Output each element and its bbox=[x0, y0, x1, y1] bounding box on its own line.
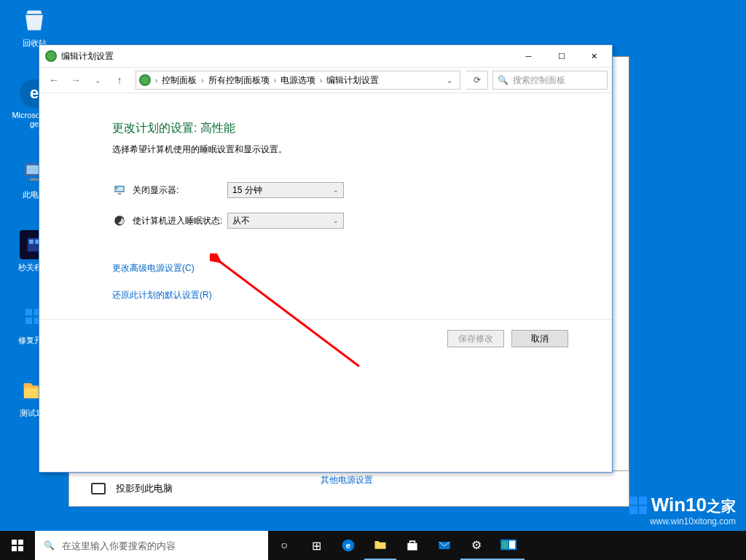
taskbar: 🔍 ○ ⊞ e ⚙ bbox=[0, 531, 746, 560]
search-icon: 🔍 bbox=[44, 540, 55, 551]
address-icon bbox=[139, 74, 151, 86]
explorer-taskbar-icon[interactable] bbox=[364, 531, 396, 560]
navbar: ← → ⌄ ↑ › 控制面板 › 所有控制面板项 › 电源选项 › 编辑计划设置… bbox=[39, 67, 612, 93]
window-controls: ─ ☐ ✕ bbox=[512, 46, 610, 66]
button-row: 保存修改 取消 bbox=[112, 330, 612, 347]
monitor-icon bbox=[112, 183, 127, 197]
close-button[interactable]: ✕ bbox=[578, 46, 610, 66]
svg-rect-4 bbox=[29, 240, 34, 244]
edge-taskbar-icon[interactable]: e bbox=[332, 531, 364, 560]
nav-forward-button[interactable]: → bbox=[66, 70, 86, 90]
watermark-logo-icon bbox=[629, 497, 647, 514]
crumb-sep-icon: › bbox=[318, 76, 323, 84]
breadcrumb-item[interactable]: 控制面板 bbox=[159, 74, 200, 87]
cortana-button[interactable]: ○ bbox=[268, 531, 300, 560]
nav-up-button[interactable]: ↑ bbox=[109, 70, 130, 90]
setting-row-sleep: 使计算机进入睡眠状态: 从不 ⌄ bbox=[112, 213, 612, 229]
cancel-button[interactable]: 取消 bbox=[511, 330, 568, 347]
svg-rect-2 bbox=[30, 178, 39, 181]
breadcrumb-item[interactable]: 编辑计划设置 bbox=[323, 74, 382, 87]
breadcrumb-item[interactable]: 电源选项 bbox=[278, 74, 318, 87]
restore-defaults-link[interactable]: 还原此计划的默认设置(R) bbox=[112, 289, 212, 301]
svg-rect-13 bbox=[118, 194, 122, 195]
titlebar[interactable]: 编辑计划设置 ─ ☐ ✕ bbox=[39, 45, 612, 67]
task-view-button[interactable]: ⊞ bbox=[300, 531, 332, 560]
windows-logo-icon bbox=[12, 540, 23, 551]
chevron-down-icon: ⌄ bbox=[333, 186, 339, 194]
watermark: Win10之家 www.win10xitong.com bbox=[629, 494, 736, 527]
taskbar-search-input[interactable] bbox=[62, 540, 259, 551]
address-bar[interactable]: › 控制面板 › 所有控制面板项 › 电源选项 › 编辑计划设置 ⌄ bbox=[136, 71, 460, 90]
page-subheading: 选择希望计算机使用的睡眠设置和显示设置。 bbox=[112, 143, 612, 156]
svg-rect-20 bbox=[502, 541, 508, 549]
project-label: 投影到此电脑 bbox=[116, 482, 173, 495]
maximize-button[interactable]: ☐ bbox=[545, 46, 578, 66]
search-box[interactable]: 🔍 bbox=[492, 71, 608, 90]
svg-point-12 bbox=[116, 187, 118, 189]
refresh-button[interactable]: ⟳ bbox=[466, 71, 488, 90]
links-section: 更改高级电源设置(C) 还原此计划的默认设置(R) bbox=[112, 255, 612, 309]
settings-taskbar-icon[interactable]: ⚙ bbox=[460, 531, 492, 560]
content-area: 更改计划的设置: 高性能 选择希望计算机使用的睡眠设置和显示设置。 关闭显示器:… bbox=[39, 93, 612, 472]
svg-rect-21 bbox=[509, 541, 515, 549]
watermark-brand: Win10 bbox=[651, 494, 707, 516]
sleep-select[interactable]: 从不 ⌄ bbox=[227, 213, 344, 229]
save-button[interactable]: 保存修改 bbox=[447, 330, 504, 347]
control-panel-window: 编辑计划设置 ─ ☐ ✕ ← → ⌄ ↑ › 控制面板 › 所有控制面板项 › … bbox=[39, 44, 613, 473]
display-off-label: 关闭显示器: bbox=[133, 184, 227, 197]
select-value: 从不 bbox=[232, 215, 250, 227]
svg-rect-6 bbox=[25, 309, 32, 315]
crumb-sep-icon: › bbox=[200, 76, 205, 84]
start-button[interactable] bbox=[0, 531, 35, 560]
window-app-icon bbox=[45, 50, 57, 62]
mail-taskbar-icon[interactable] bbox=[428, 531, 460, 560]
desktop-icon-recycle[interactable]: 回收站 bbox=[10, 6, 58, 49]
watermark-suffix: 之家 bbox=[707, 498, 736, 514]
breadcrumb-item[interactable]: 所有控制面板项 bbox=[205, 74, 272, 87]
nav-recent-button[interactable]: ⌄ bbox=[87, 70, 108, 90]
watermark-url: www.win10xitong.com bbox=[629, 516, 736, 527]
address-dropdown-icon[interactable]: ⌄ bbox=[442, 76, 457, 84]
sleep-icon bbox=[112, 213, 127, 228]
store-taskbar-icon[interactable] bbox=[396, 531, 428, 560]
chevron-down-icon: ⌄ bbox=[333, 217, 339, 224]
svg-rect-8 bbox=[25, 318, 32, 324]
setting-row-display: 关闭显示器: 15 分钟 ⌄ bbox=[112, 182, 612, 198]
search-icon: 🔍 bbox=[498, 75, 509, 85]
control-panel-taskbar-icon[interactable] bbox=[492, 531, 525, 560]
display-off-select[interactable]: 15 分钟 ⌄ bbox=[227, 182, 344, 198]
system-tray[interactable] bbox=[712, 531, 746, 560]
svg-text:e: e bbox=[346, 540, 351, 550]
page-heading: 更改计划的设置: 高性能 bbox=[112, 121, 612, 136]
minimize-button[interactable]: ─ bbox=[512, 46, 545, 66]
divider bbox=[39, 319, 612, 320]
project-icon bbox=[91, 483, 106, 494]
search-input[interactable] bbox=[513, 75, 602, 85]
window-title: 编辑计划设置 bbox=[61, 50, 512, 63]
select-value: 15 分钟 bbox=[232, 184, 262, 197]
other-power-link[interactable]: 其他电源设置 bbox=[321, 474, 373, 486]
crumb-sep-icon: › bbox=[272, 76, 278, 84]
nav-back-button[interactable]: ← bbox=[44, 70, 64, 90]
recycle-bin-icon bbox=[20, 6, 49, 35]
crumb-sep-icon: › bbox=[154, 76, 159, 84]
taskbar-search[interactable]: 🔍 bbox=[35, 531, 268, 560]
advanced-settings-link[interactable]: 更改高级电源设置(C) bbox=[112, 262, 195, 275]
sleep-label: 使计算机进入睡眠状态: bbox=[133, 215, 227, 227]
